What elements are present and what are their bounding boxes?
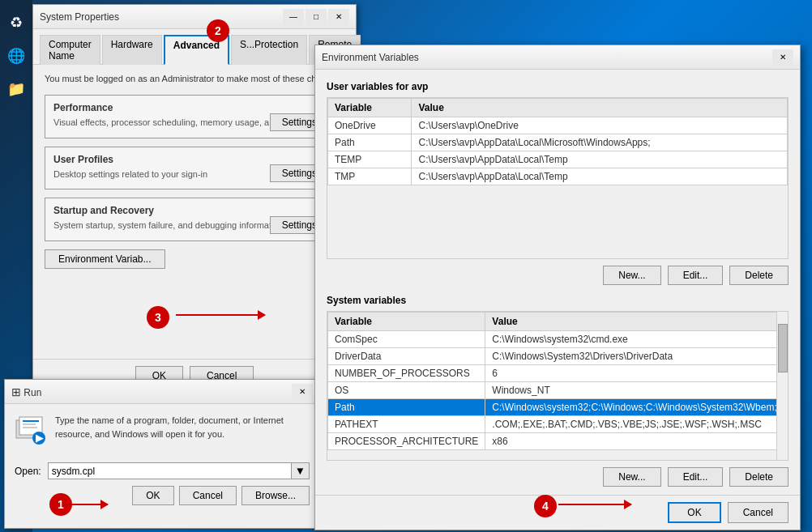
user-val-tmp: C:\Users\avp\AppData\Local\Temp: [412, 168, 788, 185]
sys-val-path: C:\Windows\system32;C:\Windows;C:\Window…: [485, 399, 788, 416]
user-val-temp: C:\Users\avp\AppData\Local\Temp: [412, 151, 788, 168]
arrow-to-run-ok: [71, 504, 108, 505]
startup-section: Startup and Recovery System startup, sys…: [45, 198, 344, 240]
annotation-badge-4: 4: [534, 495, 557, 517]
maximize-button[interactable]: □: [306, 9, 327, 25]
sys-row-nproc[interactable]: NUMBER_OF_PROCESSORS 6: [328, 365, 789, 382]
scrollbar-thumb[interactable]: [778, 324, 788, 372]
run-input-wrapper: ▼: [48, 462, 310, 479]
close-button[interactable]: ✕: [328, 9, 349, 25]
sys-edit-button[interactable]: Edit...: [668, 467, 724, 487]
run-content: ▶ Type the name of a program, folder, do…: [5, 404, 319, 456]
user-row-onedrive[interactable]: OneDrive C:\Users\avp\OneDrive: [328, 117, 788, 134]
env-close-button[interactable]: ✕: [772, 49, 793, 66]
tab-protection[interactable]: S...Protection: [231, 35, 307, 65]
user-row-temp[interactable]: TEMP C:\Users\avp\AppData\Local\Temp: [328, 151, 788, 168]
run-dropdown-button[interactable]: ▼: [291, 463, 309, 479]
arrow-to-env-ok: [558, 504, 631, 505]
sys-var-pathext: PATHEXT: [328, 416, 485, 433]
env-titlebar: Environment Variables ✕: [315, 45, 800, 70]
annotation-badge-3: 3: [147, 306, 169, 329]
user-val-onedrive: C:\Users\avp\OneDrive: [412, 117, 788, 134]
sys-var-proc-arch: PROCESSOR_ARCHITECTURE: [328, 433, 485, 450]
sys-var-driverdata: DriverData: [328, 348, 485, 365]
recycle-bin-icon[interactable]: ♻: [2, 8, 31, 37]
system-variables-title: System variables: [327, 295, 788, 306]
system-variables-table: Variable Value ComSpec C:\Windows\system…: [327, 312, 788, 450]
run-browse-button[interactable]: Browse...: [241, 486, 310, 505]
run-icon: ▶: [15, 414, 47, 446]
minimize-button[interactable]: —: [283, 9, 304, 25]
sys-col-variable: Variable: [328, 313, 485, 331]
user-new-button[interactable]: New...: [603, 266, 660, 285]
user-variables-table: Variable Value OneDrive C:\Users\avp\One…: [327, 98, 788, 185]
annotation-badge-1: 1: [49, 493, 72, 516]
env-window-controls: ✕: [772, 49, 793, 66]
sys-val-driverdata: C:\Windows\System32\Drivers\DriverData: [485, 348, 788, 365]
sys-new-button[interactable]: New...: [603, 467, 660, 487]
user-profiles-section: User Profiles Desktop settings related t…: [45, 147, 344, 189]
startup-title: Startup and Recovery: [53, 205, 335, 216]
tabs-bar: Computer Name Hardware Advanced S...Prot…: [33, 29, 356, 65]
user-var-tmp: TMP: [328, 168, 412, 185]
window-controls: — □ ✕: [283, 9, 349, 25]
sys-val-nproc: 6: [485, 365, 788, 382]
env-title: Environment Variables: [322, 52, 419, 63]
user-col-value: Value: [412, 99, 788, 117]
sys-row-pathext[interactable]: PATHEXT .COM;.EXE;.BAT;.CMD;.VBS;.VBE;JS…: [328, 416, 789, 433]
run-ok-button[interactable]: OK: [132, 486, 173, 505]
sys-row-os[interactable]: OS Windows_NT: [328, 382, 789, 399]
sys-row-proc-arch[interactable]: PROCESSOR_ARCHITECTURE x86: [328, 433, 789, 450]
system-table-scrollbar[interactable]: [776, 312, 788, 460]
user-var-buttons: New... Edit... Delete: [327, 266, 788, 285]
environment-variables-window: Environment Variables ✕ User variables f…: [314, 45, 801, 530]
env-footer: OK Cancel: [315, 495, 800, 530]
user-table-wrapper: Variable Value OneDrive C:\Users\avp\One…: [327, 97, 788, 259]
user-row-path[interactable]: Path C:\Users\avp\AppData\Local\Microsof…: [328, 134, 788, 151]
tab-hardware[interactable]: Hardware: [102, 35, 162, 65]
sys-row-comspec[interactable]: ComSpec C:\Windows\system32\cmd.exe: [328, 331, 789, 348]
svg-rect-3: [23, 423, 36, 425]
sys-row-driverdata[interactable]: DriverData C:\Windows\System32\Drivers\D…: [328, 348, 789, 365]
sys-var-os: OS: [328, 382, 485, 399]
run-input[interactable]: [49, 464, 291, 479]
user-var-path: Path: [328, 134, 412, 151]
sys-props-titlebar: System Properties — □ ✕: [33, 5, 356, 29]
env-ok-button[interactable]: OK: [668, 502, 720, 523]
user-delete-button[interactable]: Delete: [729, 266, 788, 285]
run-close-button[interactable]: ✕: [292, 384, 313, 400]
svg-rect-2: [23, 420, 39, 422]
sys-val-proc-arch: x86: [485, 433, 788, 450]
run-open-label: Open:: [15, 466, 41, 477]
sys-val-os: Windows_NT: [485, 382, 788, 399]
system-table-wrapper: Variable Value ComSpec C:\Windows\system…: [327, 311, 788, 461]
performance-section: Performance Visual effects, processor sc…: [45, 95, 344, 138]
run-titlebar: ⊞ Run ✕: [5, 380, 319, 404]
annotation-badge-2: 2: [207, 19, 229, 42]
sys-row-path[interactable]: Path C:\Windows\system32;C:\Windows;C:\W…: [328, 399, 789, 416]
user-edit-button[interactable]: Edit...: [668, 266, 724, 285]
run-window-controls: ✕: [292, 384, 313, 400]
run-cancel-button[interactable]: Cancel: [179, 486, 237, 505]
tab-computer-name[interactable]: Computer Name: [40, 35, 100, 65]
system-properties-window: System Properties — □ ✕ Computer Name Ha…: [32, 4, 357, 393]
system-var-buttons: New... Edit... Delete: [327, 467, 788, 487]
sys-var-comspec: ComSpec: [328, 331, 485, 348]
folder-icon[interactable]: 📁: [2, 74, 31, 104]
user-variables-title: User variables for avp: [327, 81, 788, 92]
run-open-row: Open: ▼: [5, 456, 319, 479]
run-title: ⊞ Run: [11, 385, 41, 398]
environment-variables-button[interactable]: Environment Variab...: [45, 249, 165, 269]
sys-val-comspec: C:\Windows\system32\cmd.exe: [485, 331, 788, 348]
desktop: ♻ 🌐 📁 System Properties — □ ✕ Computer N…: [0, 0, 812, 532]
arrow-to-env-btn: [176, 314, 265, 316]
env-cancel-button[interactable]: Cancel: [728, 502, 788, 523]
env-btn-area: Environment Variab...: [45, 249, 344, 269]
sys-var-nproc: NUMBER_OF_PROCESSORS: [328, 365, 485, 382]
env-content: User variables for avp Variable Value On…: [315, 70, 800, 508]
sys-delete-button[interactable]: Delete: [729, 467, 788, 487]
user-var-onedrive: OneDrive: [328, 117, 412, 134]
browser-icon[interactable]: 🌐: [2, 41, 31, 70]
user-profiles-title: User Profiles: [53, 154, 335, 165]
user-row-tmp[interactable]: TMP C:\Users\avp\AppData\Local\Temp: [328, 168, 788, 185]
